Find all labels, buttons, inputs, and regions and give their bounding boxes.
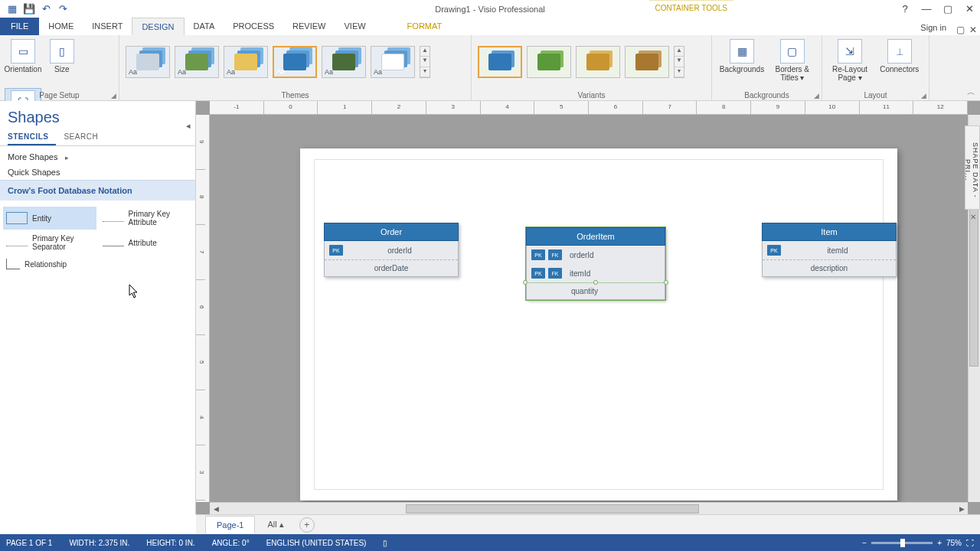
fk-badge: FK [548,268,562,279]
theme-gallery-scroll[interactable]: ▲▼▾ [420,46,430,78]
orientation-button[interactable]: ▭Orientation [5,37,41,88]
tab-data[interactable]: DATA [185,18,224,35]
variant-gallery-scroll[interactable]: ▲▼▾ [674,46,684,78]
stencil-header[interactable]: Crow's Foot Database Notation [0,180,195,201]
variant-swatch[interactable] [625,46,669,78]
document-title: Drawing1 - Visio Professional [435,5,544,14]
connectors-button[interactable]: ⟂Connectors [875,37,924,88]
zoom-level[interactable]: 75% [946,539,962,547]
pk-badge: PK [531,249,545,260]
stencils-tab[interactable]: STENCILS [8,129,56,145]
entity-attribute-row[interactable]: PK itemId [763,241,896,260]
variant-swatch[interactable] [527,46,571,78]
tab-design[interactable]: DESIGN [132,18,184,35]
canvas[interactable]: Order PK orderId orderDate [210,115,968,502]
stencil-item-entity[interactable]: Entity [3,207,96,230]
entity-orderitem[interactable]: OrderItem PK FK orderId PK FK itemId [526,227,665,300]
group-label-backgrounds: Backgrounds [712,91,822,99]
horizontal-ruler: -10123456789101112 [210,101,968,115]
help-icon[interactable]: ? [897,3,913,15]
entity-attribute-row[interactable]: orderDate [325,260,458,276]
theme-swatch[interactable]: Aa [175,46,219,78]
collapse-ribbon-icon[interactable]: ︿ [967,86,975,98]
ribbon-tabs: FILE HOME INSERT DESIGN DATA PROCESS REV… [0,18,980,35]
stencil-item-pk-attribute[interactable]: Primary Key Attribute [100,207,193,230]
tab-insert[interactable]: INSERT [83,18,132,35]
variants-gallery[interactable]: ▲▼▾ [476,37,707,86]
entity-attribute-row[interactable]: quantity [527,283,665,299]
group-label-page-setup: Page Setup [0,91,119,99]
quick-shapes-link[interactable]: Quick Shapes [0,165,195,180]
page-tab-all[interactable]: All ▴ [260,516,291,533]
more-shapes-link[interactable]: More Shapes [0,146,195,165]
search-tab[interactable]: SEARCH [64,129,106,145]
shape-data-pane-tab[interactable]: SHAPE DATA - PRI... [965,126,980,210]
entity-header[interactable]: Order [324,223,459,241]
drawing-page[interactable]: Order PK orderId orderDate [300,148,897,500]
size-button[interactable]: ▯Size [44,37,80,88]
macro-recording-icon[interactable]: ▯ [383,539,387,547]
collapse-panel-icon[interactable]: ◂ [186,121,191,131]
entity-attribute-row[interactable]: PK orderId [325,241,458,260]
close-icon[interactable]: ✕ [962,3,977,15]
title-bar: ▦ 💾 ↶ ↷ Drawing1 - Visio Professional CO… [0,0,980,18]
tab-home[interactable]: HOME [39,18,83,35]
theme-swatch[interactable]: Aa [371,46,415,78]
redo-icon[interactable]: ↷ [57,3,69,15]
stencil-item-attribute[interactable]: Attribute [100,231,193,254]
theme-swatch[interactable]: Aa [322,46,366,78]
variant-swatch-selected[interactable] [478,46,522,78]
tab-review[interactable]: REVIEW [283,18,335,35]
themes-gallery[interactable]: Aa Aa Aa Aa Aa Aa ▲▼▾ [124,37,466,86]
close-document-icon[interactable]: ✕ [969,24,977,35]
undo-icon[interactable]: ↶ [40,3,52,15]
pk-badge: PK [767,245,781,256]
status-bar: PAGE 1 OF 1 WIDTH: 2.375 IN. HEIGHT: 0 I… [0,534,980,551]
entity-attribute-row[interactable]: description [763,260,896,276]
tab-file[interactable]: FILE [0,18,39,35]
theme-swatch-selected[interactable]: Aa [273,46,317,78]
add-page-button[interactable]: + [299,517,315,533]
group-label-themes: Themes [119,91,471,99]
minimize-icon[interactable]: — [919,3,934,15]
tab-process[interactable]: PROCESS [224,18,283,35]
entity-attribute-row[interactable]: PK FK orderId [527,246,665,264]
stencil-item-pk-separator[interactable]: Primary Key Separator [3,231,96,254]
status-height: HEIGHT: 0 IN. [146,539,194,547]
zoom-in-button[interactable]: + [937,539,942,547]
fk-badge: FK [548,249,562,260]
status-language[interactable]: ENGLISH (UNITED STATES) [266,539,367,547]
backgrounds-launcher-icon[interactable]: ◢ [814,92,819,99]
horizontal-scrollbar[interactable]: ◀▶ [210,502,968,514]
page-setup-launcher-icon[interactable]: ◢ [111,92,116,99]
zoom-out-button[interactable]: − [862,539,867,547]
entity-item[interactable]: Item PK itemId description [762,223,897,277]
maximize-icon[interactable]: ▢ [940,3,956,15]
canvas-area: -10123456789101112 9876543 Order PK orde… [196,101,980,514]
tab-view[interactable]: VIEW [335,18,374,35]
theme-swatch[interactable]: Aa [224,46,268,78]
stencil-item-relationship[interactable]: Relationship [3,256,96,272]
fit-to-window-icon[interactable]: ⛶ [966,539,974,547]
layout-launcher-icon[interactable]: ◢ [921,92,926,99]
pk-badge: PK [531,268,545,279]
shape-data-close-icon[interactable]: ✕ [968,213,978,223]
entity-header[interactable]: Item [762,223,897,241]
save-icon[interactable]: 💾 [23,3,35,15]
borders-titles-button[interactable]: ▢Borders & Titles ▾ [769,37,815,88]
shapes-panel-title: Shapes [0,101,195,129]
entity-header[interactable]: OrderItem [526,227,665,246]
sign-in-link[interactable]: Sign in [917,20,949,35]
status-page: PAGE 1 OF 1 [6,539,52,547]
backgrounds-button[interactable]: ▦Backgrounds [717,37,767,88]
variant-swatch[interactable] [576,46,620,78]
ribbon-display-options-icon[interactable]: ▢ [956,24,965,35]
pk-badge: PK [329,245,343,256]
page-tab-1[interactable]: Page-1 [205,516,255,533]
relayout-page-button[interactable]: ⇲Re-Layout Page ▾ [827,37,873,88]
status-width: WIDTH: 2.375 IN. [69,539,129,547]
theme-swatch[interactable]: Aa [126,46,170,78]
zoom-slider[interactable] [871,542,933,544]
entity-order[interactable]: Order PK orderId orderDate [324,223,459,277]
tab-format[interactable]: FORMAT [398,18,452,35]
